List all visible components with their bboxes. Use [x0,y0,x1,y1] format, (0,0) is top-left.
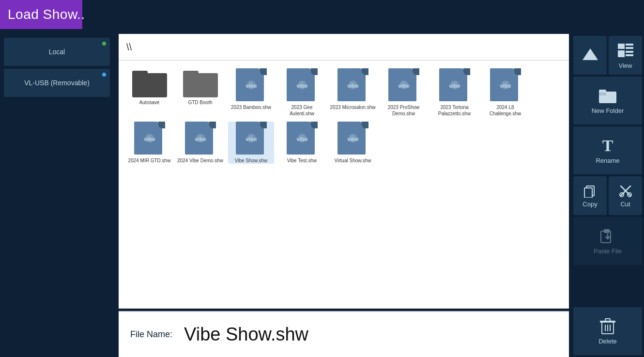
toolbar: View New Folder T Rename Copy [571,34,644,357]
list-item[interactable]: vibe 2024 MIR GTD.shw [126,122,172,164]
paste-button[interactable]: Paste File [573,217,642,265]
svg-text:vibe: vibe [449,82,460,89]
shw-icon: vibe [337,68,368,102]
new-folder-label: New Folder [592,107,624,114]
shw-icon: vibe [134,122,165,155]
list-item[interactable]: vibe 2023 ProShow Demo.shw [381,68,427,117]
view-icon [617,42,634,59]
file-label: 2023 ProShow Demo.shw [381,104,427,117]
rename-label: Rename [596,157,619,164]
svg-rect-24 [626,44,633,46]
svg-rect-34 [584,188,592,198]
new-folder-button[interactable]: New Folder [573,77,642,124]
list-item[interactable]: vibe 2023 Tortona Palazzetto.shw [431,68,477,117]
folder-icon [183,68,218,97]
shw-icon: vibe [490,68,521,102]
delete-icon [599,317,616,335]
folder-icon [132,68,167,97]
cut-button[interactable]: Cut [609,176,642,215]
list-item[interactable]: vibe 2023 Gee Aulenti.shw [279,68,325,117]
svg-text:vibe: vibe [296,136,308,142]
file-label: 2024 Vibe Demo.shw [177,157,223,164]
cut-label: Cut [620,201,630,208]
file-label: Vibe Test.shw [287,157,317,164]
svg-text:T: T [602,137,613,154]
copy-label: Copy [583,201,597,208]
cut-icon [619,184,632,198]
svg-text:vibe: vibe [195,136,206,142]
shw-icon: vibe [236,122,267,155]
up-arrow-icon [582,47,599,64]
list-item[interactable]: vibe Virtual Show.shw [330,122,376,164]
list-item[interactable]: vibe Vibe Show.shw [228,122,274,164]
file-browser: \\ Autosave GTD Booth [119,34,569,309]
new-folder-icon [599,87,616,104]
file-label: 2023 Gee Aulenti.shw [279,104,325,117]
svg-text:vibe: vibe [144,136,155,142]
file-label: 2024 L8 Challenge.shw [482,104,528,117]
file-label: Autosave [139,99,160,106]
svg-text:vibe: vibe [296,82,308,89]
paste-label: Paste File [594,248,622,255]
list-item[interactable]: Autosave [126,68,172,117]
shw-icon: vibe [185,122,216,155]
sidebar: Local VL-USB (Removable) [0,34,114,357]
list-item[interactable]: vibe 2023 Bamboo.shw [228,68,274,117]
shw-icon: vibe [388,68,419,102]
sidebar-item-vlusb[interactable]: VL-USB (Removable) [4,69,110,97]
file-label: 2023 Tortona Palazzetto.shw [431,104,477,117]
svg-rect-40 [604,229,610,233]
toolbar-row-copy-cut: Copy Cut [573,176,642,215]
list-item[interactable]: vibe 2024 L8 Challenge.shw [482,68,528,117]
svg-text:vibe: vibe [347,82,359,89]
status-dot-local [102,42,106,46]
path-text: \\ [126,42,132,53]
svg-text:vibe: vibe [398,82,410,89]
sidebar-item-label-local: Local [49,48,65,56]
shw-icon: vibe [236,68,267,102]
copy-button[interactable]: Copy [573,176,607,215]
svg-rect-27 [626,51,633,53]
sidebar-item-local[interactable]: Local [4,38,110,66]
list-item[interactable]: GTD Booth [177,68,223,117]
paste-icon [599,227,616,245]
list-item[interactable]: vibe 2024 Vibe Demo.shw [177,122,223,164]
page-title: Load Show.. [8,7,85,22]
file-label: 2024 MIR GTD.shw [128,157,171,164]
list-item[interactable]: vibe 2023 Microsalon.shw [330,68,376,117]
sidebar-item-label-vlusb: VL-USB (Removable) [24,79,90,87]
svg-rect-25 [626,47,633,49]
delete-button[interactable]: Delete [573,307,642,355]
view-button[interactable]: View [609,36,642,75]
file-label: Vibe Show.shw [235,157,268,164]
svg-text:vibe: vibe [500,82,511,89]
shw-icon: vibe [439,68,470,102]
shw-icon: vibe [337,122,368,155]
filename-bar: File Name: Vibe Show.shw [119,311,569,357]
svg-rect-31 [599,90,606,93]
view-label: View [619,62,632,69]
svg-rect-23 [618,44,625,49]
file-label: 2023 Microsalon.shw [330,104,376,110]
shw-icon: vibe [287,68,318,102]
file-label: GTD Booth [188,99,212,106]
svg-text:vibe: vibe [245,136,257,142]
shw-icon: vibe [287,122,318,155]
copy-icon [583,184,597,198]
svg-rect-46 [605,319,610,321]
rename-button[interactable]: T Rename [573,126,642,174]
toolbar-row-top: View [573,36,642,75]
svg-text:vibe: vibe [347,136,359,142]
files-area[interactable]: Autosave GTD Booth vibe 2023 Bamboo.shw [119,61,569,309]
svg-text:vibe: vibe [245,82,257,89]
status-dot-vlusb [102,73,106,77]
file-label: Virtual Show.shw [335,157,371,164]
rename-icon: T [599,137,616,154]
svg-rect-26 [618,50,625,57]
list-item[interactable]: vibe Vibe Test.shw [279,122,325,164]
filename-label: File Name: [130,329,172,340]
path-bar: \\ [119,34,569,61]
toolbar-spacer [573,267,642,305]
file-label: 2023 Bamboo.shw [231,104,271,110]
up-button[interactable] [573,36,607,75]
